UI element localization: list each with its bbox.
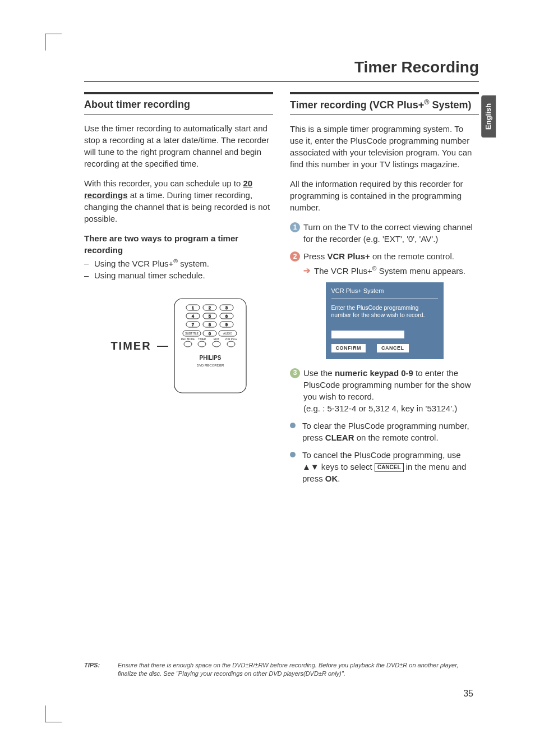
- tips-label: TIPS:: [84, 661, 118, 677]
- svg-text:9: 9: [225, 323, 228, 327]
- ways-list: – Using the VCR Plus+® system. – Using m…: [84, 257, 273, 281]
- timer-callout-label: TIMER: [110, 338, 151, 354]
- dash: –: [84, 257, 94, 269]
- vcrplus-system-dialog: VCR Plus+ System Enter the PlusCode prog…: [326, 282, 444, 359]
- svg-text:PHILIPS: PHILIPS: [199, 355, 221, 361]
- svg-text:DVD RECORDER: DVD RECORDER: [196, 364, 224, 367]
- registered-mark: ®: [424, 98, 429, 106]
- svg-text:2: 2: [209, 306, 211, 310]
- text: system.: [178, 259, 209, 268]
- ok-button-name: OK: [325, 474, 338, 483]
- cancel-menu-item: CANCEL: [375, 463, 404, 472]
- dash: –: [84, 269, 94, 281]
- clear-button-name: CLEAR: [325, 433, 354, 442]
- text: Using the VCR Plus+® system.: [94, 257, 209, 269]
- text: The VCR Plus+® System menu appears.: [314, 264, 465, 277]
- step-1: 1 Turn on the TV to the correct viewing …: [290, 221, 479, 245]
- arrow-icon: ➔: [303, 264, 311, 277]
- text: .: [338, 474, 340, 483]
- bullet-icon: [290, 452, 296, 457]
- text: System): [430, 99, 472, 111]
- text: Use the: [303, 368, 335, 378]
- section-heading-vcrplus: Timer recording (VCR Plus+® System): [290, 92, 479, 115]
- list-item: – Using the VCR Plus+® system.: [84, 257, 273, 269]
- svg-text:5: 5: [209, 314, 211, 318]
- step-body: Press VCR Plus+ on the remote control. ➔…: [303, 250, 479, 277]
- svg-text:SUBTITLE: SUBTITLE: [185, 332, 199, 335]
- right-column: Timer recording (VCR Plus+® System) This…: [290, 92, 479, 489]
- registered-mark: ®: [372, 265, 377, 272]
- svg-text:3: 3: [225, 306, 228, 310]
- page-title: Timer Recording: [84, 56, 479, 82]
- cancel-button[interactable]: CANCEL: [377, 344, 409, 352]
- text: on the remote control.: [354, 433, 439, 442]
- svg-point-26: [227, 341, 235, 347]
- step-2: 2 Press VCR Plus+ on the remote control.…: [290, 250, 479, 277]
- step-body: Use the numeric keypad 0-9 to enter the …: [303, 367, 479, 414]
- text: Using the VCR Plus+: [94, 259, 173, 268]
- step-body: To cancel the PlusCode programming, use …: [302, 449, 479, 484]
- registered-mark: ®: [173, 258, 178, 264]
- step-3: 3 Use the numeric keypad 0-9 to enter th…: [290, 367, 479, 414]
- svg-text:7: 7: [192, 323, 194, 327]
- svg-text:6: 6: [225, 314, 228, 318]
- vcrplus-paragraph-1: This is a simple timer programming syste…: [290, 123, 479, 170]
- svg-point-24: [198, 341, 206, 347]
- step-number-1-icon: 1: [290, 222, 300, 232]
- step-number-2-icon: 2: [290, 251, 300, 262]
- result-line: ➔ The VCR Plus+® System menu appears.: [303, 264, 479, 277]
- step-list: 1 Turn on the TV to the correct viewing …: [290, 221, 479, 484]
- bullet-clear: To clear the PlusCode programming number…: [290, 420, 479, 443]
- svg-text:0: 0: [209, 332, 211, 336]
- callout-line: [157, 346, 168, 347]
- svg-text:4: 4: [192, 314, 194, 318]
- text: Using manual timer schedule.: [94, 269, 205, 281]
- about-paragraph-2: With this recorder, you can schedule up …: [84, 177, 273, 224]
- remote-figure: TIMER 1 2 3 4 5 6 7 8 9: [84, 298, 273, 393]
- dialog-instruction: Enter the PlusCode programming number fo…: [331, 304, 438, 319]
- svg-text:REC MODE: REC MODE: [181, 338, 194, 341]
- page-number: 35: [463, 688, 473, 700]
- pluscode-input[interactable]: [331, 331, 404, 338]
- left-column: About timer recording Use the timer reco…: [84, 92, 273, 489]
- text: Timer recording (VCR Plus+: [290, 99, 424, 111]
- step-number-3-icon: 3: [290, 368, 300, 378]
- text: on the remote control.: [370, 251, 454, 261]
- remote-control-illustration: 1 2 3 4 5 6 7 8 9 0: [174, 298, 247, 393]
- tips-text: Ensure that there is enough space on the…: [118, 661, 479, 677]
- svg-point-23: [184, 341, 192, 347]
- dialog-title: VCR Plus+ System: [331, 287, 438, 298]
- bullet-cancel: To cancel the PlusCode programming, use …: [290, 449, 479, 484]
- svg-text:1: 1: [192, 306, 194, 310]
- vcrplus-paragraph-2: All the information required by this rec…: [290, 178, 479, 213]
- text: System menu appears.: [377, 266, 465, 276]
- text: The VCR Plus+: [314, 266, 372, 276]
- confirm-button[interactable]: CONFIRM: [331, 344, 366, 352]
- step-body: To clear the PlusCode programming number…: [302, 420, 479, 443]
- tips-footer: TIPS: Ensure that there is enough space …: [84, 661, 479, 677]
- svg-text:AUDIO: AUDIO: [223, 332, 232, 335]
- numeric-keypad-name: numeric keypad 0-9: [335, 368, 413, 378]
- svg-text:VCR Plus+: VCR Plus+: [225, 338, 238, 341]
- svg-text:8: 8: [209, 323, 211, 327]
- text: With this recorder, you can schedule up …: [84, 178, 243, 188]
- text: Press: [303, 251, 328, 261]
- svg-text:EDIT: EDIT: [213, 338, 219, 341]
- example-text: (e.g. : 5-312-4 or 5,312 4, key in '5312…: [303, 402, 479, 414]
- list-item: – Using manual timer schedule.: [84, 269, 273, 281]
- svg-text:TIMER: TIMER: [198, 338, 206, 341]
- step-body: Turn on the TV to the correct viewing ch…: [303, 221, 479, 245]
- bullet-icon: [290, 423, 296, 428]
- svg-point-25: [213, 341, 220, 347]
- section-heading-about: About timer recording: [84, 92, 273, 114]
- about-paragraph-1: Use the timer recording to automatically…: [84, 122, 273, 169]
- ways-subheading: There are two ways to program a timer re…: [84, 232, 273, 256]
- vcrplus-button-name: VCR Plus+: [328, 251, 370, 261]
